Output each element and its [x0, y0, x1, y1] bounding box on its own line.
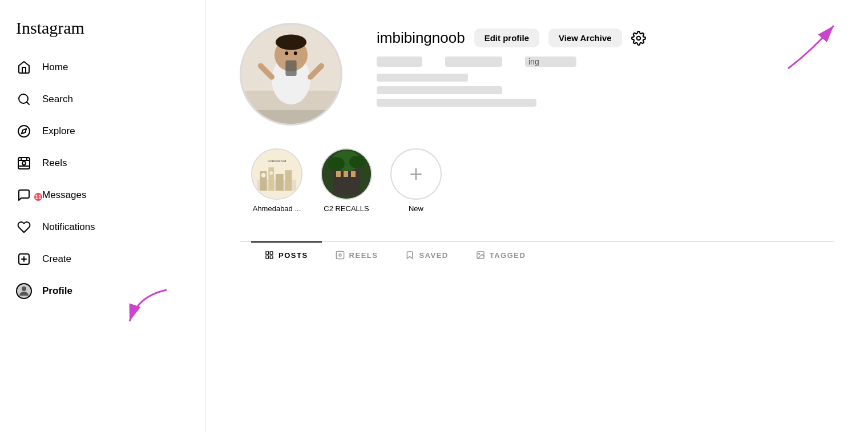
explore-icon	[16, 123, 32, 139]
sidebar-item-create[interactable]: Create	[7, 243, 198, 275]
tab-saved-label: SAVED	[419, 251, 448, 260]
grid-icon	[265, 251, 274, 260]
messages-badge: 11	[33, 192, 43, 202]
svg-point-20	[276, 34, 306, 50]
svg-point-2	[18, 126, 30, 137]
highlight-c2recalls[interactable]: C2 RECALLS	[321, 148, 372, 213]
sidebar-item-label-search: Search	[42, 94, 73, 105]
messages-icon: 11	[16, 187, 32, 203]
svg-rect-25	[285, 60, 296, 76]
bio-line-3	[377, 99, 536, 107]
highlight-circle-new: +	[390, 148, 442, 200]
svg-rect-33	[285, 170, 292, 191]
profile-tabs: POSTS REELS SAVED TAGGED	[240, 241, 834, 268]
svg-rect-47	[266, 256, 269, 259]
svg-line-1	[27, 102, 29, 104]
search-icon	[16, 91, 32, 107]
settings-gear-button[interactable]	[631, 31, 646, 46]
svg-rect-32	[276, 174, 284, 191]
tab-tagged[interactable]: TAGGED	[462, 241, 540, 268]
svg-point-13	[22, 286, 26, 291]
sidebar-item-label-messages: Messages	[42, 189, 86, 201]
sidebar-item-messages[interactable]: 11 Messages	[7, 179, 198, 211]
add-new-plus-icon: +	[409, 163, 422, 185]
sidebar-item-label-explore: Explore	[42, 126, 75, 137]
svg-rect-4	[18, 158, 30, 169]
svg-rect-40	[344, 171, 348, 177]
profile-picture[interactable]	[240, 23, 342, 126]
svg-point-50	[339, 254, 341, 256]
sidebar-item-label-reels: Reels	[42, 158, 67, 169]
tab-reels[interactable]: REELS	[322, 241, 392, 268]
svg-rect-39	[336, 171, 341, 177]
svg-point-52	[478, 253, 479, 255]
posts-stat	[377, 56, 422, 67]
username-row: imbibingnoob Edit profile View Archive	[377, 29, 834, 47]
highlight-label-ahmedabad: Ahmedabad ...	[253, 204, 301, 213]
profile-info: imbibingnoob Edit profile View Archive i…	[377, 23, 834, 111]
highlight-label-c2: C2 RECALLS	[324, 204, 369, 213]
tab-posts[interactable]: POSTS	[251, 241, 322, 268]
view-archive-button[interactable]: View Archive	[548, 29, 622, 47]
home-icon	[16, 59, 32, 75]
tab-reels-label: REELS	[349, 251, 378, 260]
svg-point-35	[269, 171, 273, 175]
svg-point-22	[294, 51, 297, 55]
highlight-circle-ahmedabad: Ahmedabad	[251, 148, 302, 200]
svg-point-43	[328, 157, 345, 171]
sidebar-item-notifications[interactable]: Notifications	[7, 211, 198, 243]
highlight-label-new: New	[409, 204, 423, 213]
svg-rect-41	[351, 171, 356, 177]
sidebar-item-label-profile: Profile	[42, 285, 72, 297]
bio-line-1	[377, 74, 468, 82]
sidebar-item-search[interactable]: Search	[7, 83, 198, 115]
edit-profile-button[interactable]: Edit profile	[474, 29, 539, 47]
followers-stat	[445, 56, 502, 67]
sidebar: Instagram Home Search Explore	[0, 0, 205, 432]
highlight-add-new[interactable]: + New	[390, 148, 442, 213]
create-icon	[16, 251, 32, 267]
sidebar-item-label-notifications: Notifications	[42, 221, 95, 233]
highlight-circle-c2	[321, 148, 372, 200]
svg-marker-3	[22, 129, 26, 134]
heart-icon	[16, 219, 32, 235]
highlight-ahmedabad[interactable]: Ahmedabad Ahmedabad ...	[251, 148, 302, 213]
reels-icon	[16, 155, 32, 171]
svg-point-34	[261, 173, 266, 177]
bio-line-2	[377, 86, 502, 94]
profile-header: imbibingnoob Edit profile View Archive i…	[240, 23, 834, 126]
following-stat: ing	[525, 56, 576, 67]
sidebar-item-home[interactable]: Home	[7, 51, 198, 83]
gear-icon	[631, 31, 646, 46]
svg-rect-26	[241, 110, 341, 124]
instagram-logo[interactable]: Instagram	[7, 11, 198, 51]
tab-posts-label: POSTS	[278, 251, 308, 260]
profile-bio	[377, 74, 834, 107]
svg-rect-31	[268, 167, 274, 191]
svg-point-21	[285, 51, 288, 55]
svg-point-5	[22, 162, 26, 165]
stats-row: ing	[377, 56, 834, 67]
username: imbibingnoob	[377, 29, 465, 47]
tab-saved[interactable]: SAVED	[391, 241, 462, 268]
sidebar-item-reels[interactable]: Reels	[7, 147, 198, 179]
svg-point-27	[636, 36, 640, 40]
highlights-row: Ahmedabad Ahmedabad ...	[240, 148, 834, 213]
tab-tagged-label: TAGGED	[490, 251, 526, 260]
svg-rect-45	[266, 252, 269, 255]
sidebar-item-profile[interactable]: Profile	[7, 275, 198, 307]
svg-point-44	[349, 156, 365, 168]
svg-rect-49	[336, 251, 344, 259]
tag-icon	[476, 251, 485, 260]
svg-text:Ahmedabad: Ahmedabad	[268, 159, 287, 163]
sidebar-item-explore[interactable]: Explore	[7, 115, 198, 147]
following-label: ing	[528, 57, 539, 66]
sidebar-item-label-home: Home	[42, 62, 68, 73]
profile-avatar-small	[16, 283, 32, 299]
main-content: imbibingnoob Edit profile View Archive i…	[205, 0, 868, 432]
bookmark-icon	[405, 251, 414, 260]
svg-rect-48	[270, 256, 273, 259]
svg-rect-46	[270, 252, 273, 255]
reels-tab-icon	[336, 251, 345, 260]
sidebar-item-label-create: Create	[42, 253, 71, 265]
